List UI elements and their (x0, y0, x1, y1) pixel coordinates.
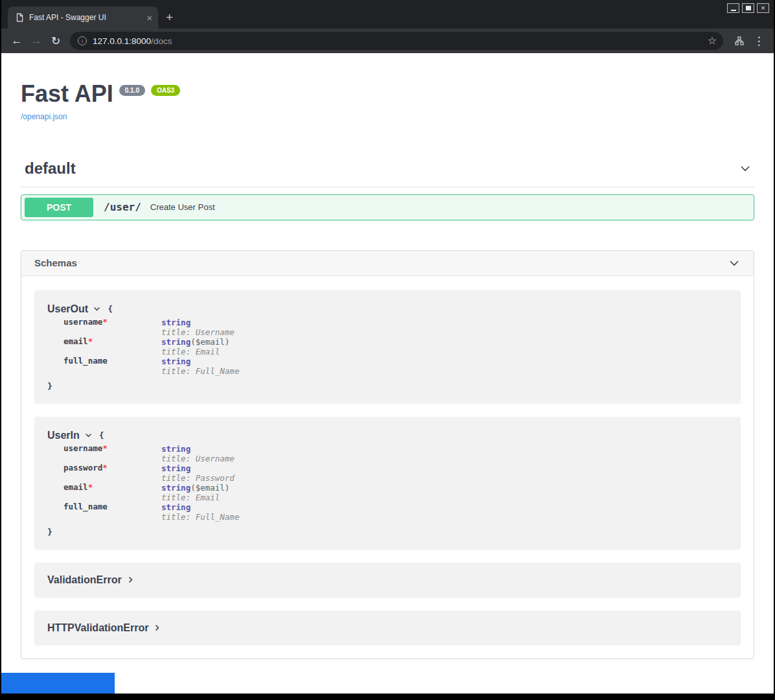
property-type: string (161, 444, 191, 454)
tab-close-icon[interactable]: × (146, 13, 152, 23)
model-name: ValidationError (47, 574, 122, 586)
chevron-right-icon[interactable] (126, 576, 135, 584)
open-brace: { (108, 304, 113, 314)
schemas-title: Schemas (34, 257, 77, 268)
model-userout: UserOut { username* string title: Userna… (34, 290, 741, 404)
endpoint-summary: Create User Post (150, 202, 215, 212)
model-userin-toggle[interactable]: UserIn { (47, 430, 728, 441)
swagger-page: Fast API 0.1.0 OAS3 /openapi.json defaul… (1, 53, 774, 694)
document-favicon-icon (15, 13, 24, 22)
required-star: * (102, 463, 108, 472)
required-star: * (102, 443, 108, 453)
close-brace: } (47, 381, 728, 391)
site-info-icon[interactable]: i (78, 36, 87, 45)
bookmark-star-icon[interactable]: ☆ (708, 36, 717, 46)
extensions-icon[interactable] (730, 36, 749, 46)
new-tab-button[interactable]: + (166, 11, 173, 23)
property-title: title: Password (161, 473, 235, 483)
property-detail: string($email) title: Email (161, 337, 229, 356)
back-button[interactable]: ← (8, 32, 26, 50)
property-detail: string title: Full_Name (161, 356, 239, 376)
browser-menu-icon[interactable]: ⋮ (750, 34, 767, 48)
method-badge: POST (25, 198, 93, 217)
model-validationerror-toggle[interactable]: ValidationError (47, 574, 728, 586)
maximize-button[interactable] (742, 3, 754, 13)
property-format: ($email) (191, 483, 229, 493)
openapi-json-link[interactable]: /openapi.json (21, 112, 67, 121)
property-title: title: Full_Name (161, 512, 239, 522)
property-row: email* string($email) title: Email (64, 483, 728, 502)
close-brace: } (47, 527, 728, 537)
chevron-down-icon[interactable] (93, 305, 101, 313)
oas3-badge: OAS3 (151, 85, 180, 96)
required-star: * (88, 482, 93, 492)
schemas-section: Schemas UserOut { (21, 250, 754, 659)
property-type: string (161, 463, 191, 473)
chevron-down-icon[interactable] (739, 162, 752, 175)
property-row: password* string title: Password (64, 463, 728, 483)
model-httpvalidationerror-toggle[interactable]: HTTPValidationError (47, 622, 728, 634)
required-star: * (88, 336, 93, 346)
property-name: username* (64, 444, 161, 463)
minimize-icon (731, 10, 736, 11)
property-type: string (161, 318, 191, 327)
model-name: UserOut (47, 303, 88, 315)
property-row: username* string title: Username (64, 444, 728, 463)
window-titlebar: Fast API - Swagger UI × + × (1, 0, 774, 29)
browser-tab[interactable]: Fast API - Swagger UI × (8, 6, 158, 29)
maximize-icon (746, 6, 751, 10)
property-name: email* (64, 337, 161, 356)
property-name: full_name (64, 356, 161, 376)
open-brace: { (99, 430, 104, 440)
property-row: full_name string title: Full_Name (64, 356, 728, 376)
url-bar[interactable]: i 127.0.0.1:8000/docs ☆ (70, 32, 723, 50)
tag-header-default[interactable]: default (21, 156, 754, 187)
chevron-right-icon[interactable] (153, 624, 161, 632)
chevron-down-icon[interactable] (84, 431, 93, 439)
model-httpvalidationerror: HTTPValidationError (34, 611, 741, 646)
chevron-down-icon[interactable] (728, 257, 741, 270)
property-name: password* (64, 463, 161, 483)
property-type: string (161, 483, 191, 493)
browser-window: Fast API - Swagger UI × + × ← → ↻ i 127.… (0, 0, 775, 700)
model-name: HTTPValidationError (47, 622, 148, 634)
window-bottom-edge (1, 694, 774, 700)
property-title: title: Username (161, 327, 235, 337)
endpoint-path: /user/ (104, 201, 141, 213)
property-list: username* string title: Username passwor… (64, 444, 728, 522)
property-type: string (161, 356, 191, 366)
property-detail: string($email) title: Email (161, 483, 229, 502)
property-name: username* (64, 318, 161, 337)
reload-button[interactable]: ↻ (47, 32, 65, 50)
browser-toolbar: ← → ↻ i 127.0.0.1:8000/docs ☆ ⋮ (1, 29, 774, 53)
window-controls: × (727, 3, 769, 13)
url-path: /docs (151, 36, 172, 46)
status-bubble (1, 673, 115, 694)
property-detail: string title: Password (161, 463, 235, 483)
url-host: 127.0.0.1:8000 (93, 36, 151, 46)
property-detail: string title: Username (161, 318, 235, 337)
api-title: Fast API (21, 82, 113, 106)
required-star: * (102, 317, 108, 327)
model-validationerror: ValidationError (34, 563, 741, 598)
model-name: UserIn (47, 430, 80, 441)
schemas-header[interactable]: Schemas (21, 251, 754, 276)
property-row: username* string title: Username (64, 318, 728, 337)
schemas-body: UserOut { username* string title: Userna… (21, 276, 754, 659)
property-detail: string title: Full_Name (161, 502, 239, 522)
property-list: username* string title: Username email* … (64, 318, 728, 376)
property-name: email* (64, 483, 161, 502)
model-userout-toggle[interactable]: UserOut { (47, 303, 728, 315)
close-button[interactable]: × (757, 3, 769, 13)
property-title: title: Full_Name (161, 366, 239, 376)
forward-button[interactable]: → (27, 32, 45, 50)
version-badge: 0.1.0 (119, 85, 145, 96)
endpoint-post-user[interactable]: POST /user/ Create User Post (21, 194, 754, 220)
property-title: title: Email (161, 493, 220, 502)
tag-section-default: default POST /user/ Create User Post (21, 156, 754, 220)
property-row: email* string($email) title: Email (64, 337, 728, 356)
property-type: string (161, 337, 191, 347)
property-format: ($email) (191, 337, 229, 347)
property-name: full_name (64, 502, 161, 522)
minimize-button[interactable] (727, 3, 739, 13)
